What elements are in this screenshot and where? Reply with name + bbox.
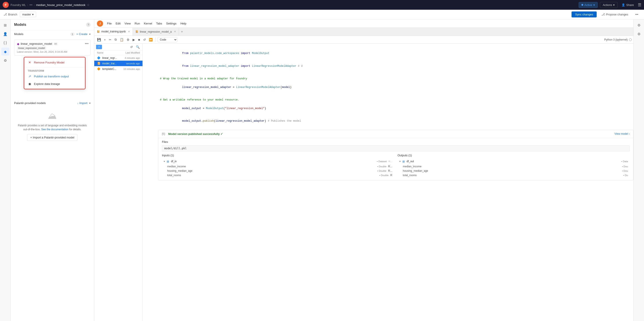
df-in-name: df_in <box>171 160 375 163</box>
jupyter-tabs-menu[interactable]: Tabs <box>154 21 164 26</box>
hamburger-menu[interactable]: ☰ <box>638 3 641 7</box>
import-palantir-model-button[interactable]: + Import a Palantir-provided model <box>27 134 78 141</box>
jupyter-kernel-menu[interactable]: Kernel <box>142 21 154 26</box>
active-button[interactable]: Active ▾ <box>578 2 598 8</box>
remove-foundry-model-item[interactable]: ✕ Remove Foundry Model <box>24 59 85 66</box>
tab-linear-regression[interactable]: 📔 linear_regression_model_a ✕ <box>133 28 179 36</box>
actions-chevron: ▾ <box>613 3 615 7</box>
file-name-3: templateC... <box>102 68 122 71</box>
publish-transform-item[interactable]: ↗ Publish as transform output <box>24 73 85 80</box>
actions-button[interactable]: Actions ▾ <box>600 2 618 8</box>
context-menu: ✕ Remove Foundry Model Transform ↗ Publi… <box>24 57 86 89</box>
file-list-header: Name Last Modified <box>94 51 142 55</box>
right-sidebar: ⚙ ⚙ <box>634 20 644 321</box>
palantir-section: Palantir-provided models ↓ Import ▾ ⛰ Pa… <box>14 101 90 148</box>
jupyter-file-menu[interactable]: File <box>105 21 114 26</box>
cell-type-select[interactable]: Code Markdown <box>158 37 177 42</box>
cell-settings-button[interactable]: ⚙ <box>126 37 130 42</box>
file-icon-2: 📔 <box>97 62 100 65</box>
jupyter-settings-menu[interactable]: Settings <box>164 21 178 26</box>
sidebar-icon-code[interactable]: { } <box>1 39 9 47</box>
create-model-button[interactable]: + Create <box>76 33 88 36</box>
jupyter-run-menu[interactable]: Run <box>133 21 142 26</box>
mountain-icon: ⛰ <box>16 111 89 121</box>
model-alias-name: linear_regression_model <box>17 47 46 50</box>
models-subtitle: Models <box>14 33 68 36</box>
paste-button[interactable]: 📋 <box>119 37 125 42</box>
tab-close-2[interactable]: ✕ <box>174 30 176 33</box>
jupyter-edit-menu[interactable]: Edit <box>114 21 122 26</box>
right-gear2-icon[interactable]: ⚙ <box>635 30 643 38</box>
refresh-button[interactable]: ↺ <box>129 45 134 49</box>
stop-button[interactable]: ■ <box>137 37 141 42</box>
file-item-template[interactable]: 🔶 templateC... 10 minutes ago <box>94 66 142 72</box>
model-menu-button[interactable]: ••• <box>85 42 88 46</box>
success-badge: Model version published successfully ✓ <box>168 132 223 136</box>
models-expand-button[interactable]: ▾ <box>89 33 90 36</box>
file-icon-1: 🔷 <box>97 56 100 60</box>
code-line-blank1 <box>160 73 632 77</box>
search-files-button[interactable]: 🔍 <box>135 45 141 49</box>
tab-close-1[interactable]: ✕ <box>128 30 130 33</box>
cut-button[interactable]: ✂ <box>108 37 112 42</box>
copy-button[interactable]: ⧉ <box>114 37 118 42</box>
propose-changes-button[interactable]: ⎇ Propose changes <box>599 12 630 18</box>
sync-changes-button[interactable]: Sync changes <box>572 12 597 18</box>
right-settings-icon[interactable]: ⚙ <box>635 21 643 29</box>
more-options-button[interactable]: ••• <box>633 12 640 18</box>
add-cell-button[interactable]: + <box>103 37 107 42</box>
palantir-expand-button[interactable]: ▾ <box>89 102 90 105</box>
file-item-model-training[interactable]: 📔 model_trai... seconds ago <box>94 61 142 66</box>
code-line-4: model_output = ModelOutput("linear_regre… <box>160 102 632 115</box>
content-area: + ↺ 🔍 Name Last Modified 🔷 linear_regr..… <box>94 44 634 321</box>
app-logo[interactable]: F <box>3 2 9 8</box>
field-median-income-in: median_income • Double R... <box>162 164 394 169</box>
model-item: ◆ linear_regression_model as linear_regr… <box>14 40 90 56</box>
kernel-status-circle <box>629 38 632 41</box>
toolbar-divider <box>156 38 156 42</box>
palantir-title: Palantir-provided models <box>14 101 75 105</box>
palantir-docs-link[interactable]: See the documentation <box>41 128 68 131</box>
df-out-type: • Data <box>621 160 628 163</box>
field-housing-age-out: housing_median_age • Dou <box>398 169 630 173</box>
field-total-rooms-in: total_rooms • Double R <box>162 173 394 177</box>
active-chevron: ▾ <box>593 3 595 7</box>
remove-icon: ✕ <box>28 61 32 64</box>
model-icon: ◆ <box>17 42 20 46</box>
breadcrumb-more[interactable]: ••• <box>30 3 32 7</box>
field-total-rooms-out: total_rooms • Do <box>398 173 630 177</box>
outputs-section: Outputs (1) ▾ ⊞ df_out • Data median_inc… <box>398 154 630 177</box>
model-as-label: as <box>54 42 57 45</box>
favorite-star[interactable]: ☆ <box>87 3 90 7</box>
tab-model-training[interactable]: 📔 model_training.ipynb ✕ <box>94 28 133 36</box>
explore-lineage-item[interactable]: ◉ Explore data lineage <box>24 80 85 88</box>
share-button[interactable]: 👤 Share <box>620 2 636 8</box>
import-button[interactable]: ↓ Import <box>77 101 88 105</box>
code-line-comment1: # Wrap the trained model in a model adap… <box>160 77 632 81</box>
restart-button[interactable]: ↺ <box>142 37 147 42</box>
menu-divider <box>24 67 85 67</box>
new-file-button[interactable]: + <box>96 45 102 49</box>
sidebar-icon-user[interactable]: 👤 <box>1 30 9 38</box>
breadcrumb-app[interactable]: Foundry ML <box>10 3 26 7</box>
view-model-link[interactable]: View model › <box>614 132 630 135</box>
notebook-toolbar: 💾 + ✂ ⧉ 📋 ⚙ ▶ ■ ↺ ⏩ Code Markdown Python… <box>94 36 634 44</box>
sidebar-icon-settings[interactable]: ⚙ <box>1 57 9 64</box>
sidebar-icon-model[interactable]: ◆ <box>1 48 9 56</box>
models-help-icon[interactable]: ? <box>86 23 90 27</box>
save-button[interactable]: 💾 <box>96 37 102 42</box>
sidebar-icon-grid[interactable]: ⊞ <box>1 21 9 29</box>
file-item-linear-regr[interactable]: 🔷 linear_regr... 4 minutes ago <box>94 55 142 61</box>
explore-icon: ◉ <box>28 82 32 86</box>
branch-selector[interactable]: master ▾ <box>20 12 36 17</box>
jupyter-help-menu[interactable]: Help <box>178 21 188 26</box>
cell-prompt <box>143 46 158 129</box>
active-indicator <box>582 4 583 6</box>
jupyter-view-menu[interactable]: View <box>123 21 132 26</box>
code-line-5: model_output.publish(linear_regression_m… <box>160 115 632 128</box>
df-in-expand[interactable]: ▾ <box>164 160 165 163</box>
tab-add-button[interactable]: + <box>179 28 185 36</box>
run-button[interactable]: ▶ <box>132 37 136 42</box>
fast-forward-button[interactable]: ⏩ <box>148 37 154 42</box>
df-out-expand[interactable]: ▾ <box>399 160 401 163</box>
